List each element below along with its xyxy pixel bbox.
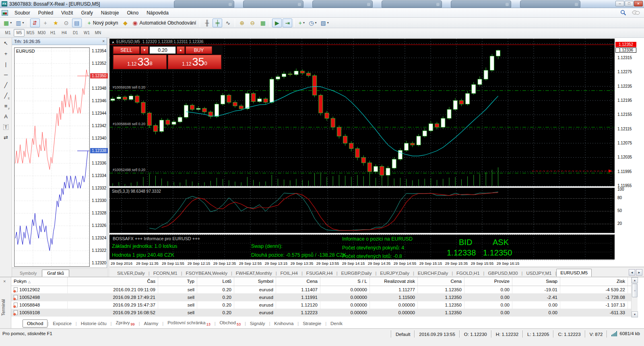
chart-tab-fsugar-h4[interactable]: FSUGAR,H4 xyxy=(303,270,336,277)
candlestick-mode-button[interactable]: ╪ xyxy=(213,19,222,27)
equidistant-channel-tool[interactable]: ╱E xyxy=(1,91,11,101)
column-header-swap[interactable]: Swap xyxy=(512,277,560,286)
auto-scroll-button[interactable]: ▶ xyxy=(272,19,282,27)
chat-icon[interactable] xyxy=(632,10,640,16)
terminal-tab-sign-ly[interactable]: Signály xyxy=(246,320,269,327)
text-tool[interactable]: A xyxy=(1,111,11,122)
indicators-button[interactable]: +▾ xyxy=(297,19,306,27)
terminal-close-icon[interactable]: × xyxy=(3,279,6,284)
buy-button[interactable]: BUY xyxy=(186,46,212,54)
column-header-lot-[interactable]: Lotů xyxy=(197,277,234,286)
menu-item-grafy[interactable]: Grafy xyxy=(77,8,97,17)
timeframe-d1[interactable]: D1 xyxy=(70,29,81,37)
stochastic-indicator-panel[interactable]: Sto(5,3,3) 98.6348 97.3332 xyxy=(109,187,615,233)
vertical-line-tool[interactable]: | xyxy=(1,59,11,69)
tick-chart[interactable]: EURUSD xyxy=(14,47,90,267)
column-header-symbol[interactable]: Symbol xyxy=(234,277,276,286)
column-header-pokyn[interactable]: Pokyn△ xyxy=(11,277,68,286)
order-row[interactable]: 100129022016.09.21 09:11:09sell0.20eurus… xyxy=(11,286,638,294)
bar-chart-mode-button[interactable]: ╫ xyxy=(202,19,212,27)
terminal-scrollbar[interactable]: ▲ ≡ ▼ xyxy=(631,277,638,317)
maximize-button[interactable]: □ xyxy=(625,1,634,6)
column-header-realizovat-zisk[interactable]: Realizovat zisk xyxy=(370,277,418,286)
market-watch-tab-symboly[interactable]: Symboly xyxy=(14,270,42,277)
scroll-down-icon[interactable]: ▼ xyxy=(632,311,638,317)
crosshair-tool[interactable]: + xyxy=(1,49,11,59)
timeframe-m5[interactable]: M5 xyxy=(14,29,25,37)
chart-tab-eurgbp-daily[interactable]: EURGBP,Daily xyxy=(338,270,376,277)
terminal-tab-zpr-vy[interactable]: Zprávy99 xyxy=(111,319,138,327)
buy-price-button[interactable]: 1.12350 xyxy=(168,55,221,69)
timeframe-mn[interactable]: MN xyxy=(93,29,103,37)
scrollbar-thumb[interactable]: ≡ xyxy=(632,284,638,297)
line-chart-mode-button[interactable]: ∿ xyxy=(223,19,233,27)
chart-tab-usdjpy-m1[interactable]: USDJPY,M1 xyxy=(522,270,555,277)
collapse-triangle-icon[interactable]: ▲ xyxy=(111,40,115,44)
terminal-tab-knihovna[interactable]: Knihovna xyxy=(270,320,297,327)
chart-tab-eurjpy-daily[interactable]: EURJPY,Daily xyxy=(376,270,413,277)
search-icon[interactable] xyxy=(620,10,626,16)
templates-button[interactable]: ▧▾ xyxy=(319,19,330,27)
market-watch-toggle-button[interactable]: ⇵ xyxy=(30,19,40,27)
close-button[interactable]: × xyxy=(634,1,643,6)
minimize-button[interactable]: – xyxy=(615,1,624,6)
cursor-tool[interactable]: ↖ xyxy=(1,38,11,48)
volume-input[interactable] xyxy=(149,46,176,54)
timeframe-m30[interactable]: M30 xyxy=(36,29,47,37)
order-row[interactable]: 100588482016.09.29 15:47:37sell0.20eurus… xyxy=(11,301,638,309)
volume-down-button[interactable]: ▼ xyxy=(140,46,149,54)
scroll-up-icon[interactable]: ▲ xyxy=(632,277,638,283)
zoom-in-button[interactable]: ⊕ xyxy=(237,19,247,27)
chart-tab-silver-daily[interactable]: SILVER,Daily xyxy=(114,270,149,277)
chart-tab-eurchf-daily[interactable]: EURCHF,Daily xyxy=(414,270,452,277)
info-indicator-panel[interactable]: BOSSAFX +++ Informace pro EURUSD +++Zákl… xyxy=(109,234,615,260)
profiles-button[interactable]: ▥▾ xyxy=(14,19,25,27)
menu-item-pohled[interactable]: Pohled xyxy=(34,8,57,17)
menu-item-soubor[interactable]: Soubor xyxy=(10,8,34,17)
new-order-button[interactable]: +Nový pokyn xyxy=(86,19,120,27)
sell-button[interactable]: SELL xyxy=(113,46,140,54)
market-watch-close-icon[interactable]: × xyxy=(102,39,105,43)
timeframe-m1[interactable]: M1 xyxy=(2,29,13,37)
chart-tab-gbpusd-m30[interactable]: GBPUSD,M30 xyxy=(484,270,521,277)
dropdown-arrow-icon[interactable]: ▾ xyxy=(315,21,317,25)
terminal-tab-den-k[interactable]: Deník xyxy=(326,320,347,327)
strategy-tester-button[interactable]: ⊙ xyxy=(62,19,71,27)
terminal-tab-obchod[interactable]: Obchod53 xyxy=(216,319,245,327)
chart-tab-foil-h4[interactable]: FOIL,H4 xyxy=(277,270,301,277)
terminal-tab-historie-tu[interactable]: Historie účtu xyxy=(77,320,111,327)
candlestick-chart[interactable]: ▲EURUSD,M5 1.12320 1.12338 1.12311 1.123… xyxy=(109,39,615,186)
order-row[interactable]: 100524982016.09.28 17:49:21sell0.20eurus… xyxy=(11,294,638,301)
volume-up-button[interactable]: ▲ xyxy=(177,46,185,54)
arrows-tool[interactable]: ⇄ xyxy=(1,132,11,142)
chart-tab-fsoybean-weekly[interactable]: FSOYBEAN,Weekly xyxy=(182,270,231,277)
new-chart-button[interactable]: ▦▾ xyxy=(2,19,13,27)
dropdown-arrow-icon[interactable]: ▾ xyxy=(10,21,12,25)
column-header-typ[interactable]: Typ xyxy=(158,277,197,286)
terminal-toggle-button[interactable]: ▤ xyxy=(72,19,82,27)
menu-item-nápověda[interactable]: Nápověda xyxy=(142,8,173,17)
timeframe-m15[interactable]: M15 xyxy=(25,29,36,37)
menu-item-vložit[interactable]: Vložit xyxy=(57,8,77,17)
dropdown-arrow-icon[interactable]: ▾ xyxy=(22,21,24,25)
market-watch-tab-graf-tiků[interactable]: Graf tiků xyxy=(42,270,69,277)
terminal-tab-expozice[interactable]: Expozice xyxy=(49,320,76,327)
periods-button[interactable]: ◷▾ xyxy=(307,19,318,27)
terminal-tab-obchod[interactable]: Obchod xyxy=(23,319,47,327)
column-header--as[interactable]: Čas xyxy=(68,277,158,286)
chart-tab-fwheat-monthly[interactable]: FWHEAT,Monthly xyxy=(232,270,276,277)
chart-tabs-scroll-left[interactable]: ◂ xyxy=(629,269,635,276)
order-row[interactable]: 100591082016.09.29 16:08:52sell0.20eurus… xyxy=(11,309,638,317)
data-window-toggle-button[interactable]: + xyxy=(41,19,50,27)
trendline-tool[interactable]: ╱ xyxy=(1,80,11,90)
column-header-zisk[interactable]: Zisk xyxy=(560,277,628,286)
dropdown-arrow-icon[interactable]: ▾ xyxy=(327,21,329,25)
autotrading-button[interactable]: ◉Automatické Obchodování xyxy=(131,19,198,27)
timeframe-w1[interactable]: W1 xyxy=(81,29,92,37)
chart-shift-button[interactable]: ⇥ xyxy=(283,19,292,27)
sell-price-button[interactable]: 1.12338 xyxy=(113,55,167,69)
column-header-s-l[interactable]: S / L xyxy=(320,277,370,286)
tile-windows-button[interactable]: ▦ xyxy=(258,19,268,27)
terminal-tab-alarmy[interactable]: Alarmy xyxy=(140,320,162,327)
menu-item-nástroje[interactable]: Nástroje xyxy=(97,8,123,17)
